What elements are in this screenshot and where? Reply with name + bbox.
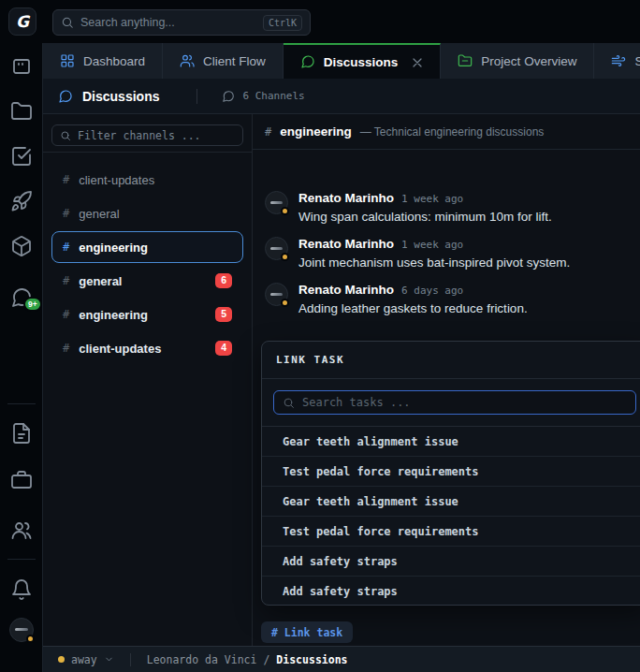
message-list: Renato Marinho 1 week ago Wing span calc… (253, 150, 640, 315)
link-task-button[interactable]: # Link task (261, 621, 353, 643)
task-search-area (262, 379, 640, 427)
divider (130, 653, 131, 666)
tab-sprint[interactable]: Sprint (594, 43, 640, 79)
channel-item-client-updates[interactable]: # client-updates (51, 164, 243, 196)
users-icon (180, 53, 195, 68)
breadcrumb-separator: / (263, 653, 269, 666)
message-timestamp: 6 days ago (401, 285, 463, 297)
message: Renato Marinho 1 week ago Wing span calc… (265, 191, 628, 224)
channel-filter-input[interactable] (78, 129, 235, 142)
search-icon (61, 16, 74, 29)
breadcrumb-page: Discussions (276, 653, 347, 666)
tab-dashboard[interactable]: Dashboard (43, 43, 163, 79)
task-search-input[interactable] (302, 396, 627, 409)
presence-dot (58, 656, 65, 663)
message-timestamp: 1 week ago (401, 193, 463, 205)
channel-item-engineering[interactable]: # engineering 5 (51, 299, 243, 330)
task-option[interactable]: Test pedal force requirements (262, 457, 640, 487)
hash-icon: # (265, 125, 271, 139)
close-tab-icon[interactable] (410, 55, 423, 68)
status-dot (281, 253, 289, 261)
hash-icon: # (63, 207, 69, 220)
avatar (265, 191, 288, 214)
wind-icon (611, 53, 626, 68)
message-text: Joint mechanism uses bat-inspired pivot … (298, 256, 570, 270)
app-logo[interactable]: G (8, 7, 36, 36)
tab-client-flow[interactable]: Client Flow (163, 43, 284, 79)
left-rail: 9+ (0, 43, 43, 672)
channel-item-general[interactable]: # general 6 (51, 265, 243, 297)
chat-area: # engineering — Technical engineering di… (253, 114, 640, 646)
breadcrumb-user: Leonardo da Vinci (147, 653, 257, 666)
page-title: Discussions (82, 89, 159, 104)
avatar (265, 283, 288, 306)
rocket-icon[interactable] (10, 190, 33, 212)
message-author[interactable]: Renato Marinho (298, 283, 394, 297)
chat-unread-badge: 9+ (23, 297, 42, 312)
global-search-input[interactable] (80, 16, 256, 29)
hash-icon: # (63, 308, 69, 321)
document-icon[interactable] (10, 422, 33, 445)
rail-divider (7, 559, 36, 560)
task-option[interactable]: Add safety straps (262, 547, 640, 577)
chat-channel-name: engineering (280, 124, 352, 139)
tab-bar: Dashboard Client Flow Discussions Projec… (43, 43, 640, 79)
divider (196, 89, 197, 104)
channels-filter-area (43, 114, 252, 153)
page-subheader: Discussions 6 Channels (43, 79, 640, 114)
hash-icon: # (63, 241, 69, 254)
channels-count: 6 Channels (242, 90, 304, 102)
folder-icon[interactable] (10, 100, 33, 123)
channel-list: # client-updates # general # engineering… (43, 153, 252, 377)
hash-icon: # (63, 342, 69, 355)
presence-label[interactable]: away (71, 653, 97, 666)
bell-icon[interactable] (10, 578, 33, 601)
search-shortcut-kbd: CtrlK (263, 15, 302, 31)
unread-badge: 6 (215, 273, 232, 288)
task-option[interactable]: Gear teeth alignment issue (262, 487, 640, 517)
channel-item-client-updates[interactable]: # client-updates 4 (51, 332, 243, 364)
message-text: Adding leather gaskets to reduce frictio… (298, 301, 528, 315)
channel-item-general[interactable]: # general (51, 197, 243, 229)
package-box-icon[interactable] (10, 235, 33, 257)
status-bar: away Leonardo da Vinci / Discussions (43, 646, 640, 672)
link-task-popup: LINK TASK Gear teeth alignment issue Tes… (261, 341, 640, 606)
channel-filter[interactable] (51, 124, 243, 146)
channels-panel: # client-updates # general # engineering… (43, 114, 253, 646)
chevron-down-icon[interactable] (104, 654, 114, 665)
unread-badge: 5 (215, 307, 232, 322)
link-task-title: LINK TASK (262, 342, 640, 379)
task-search[interactable] (273, 390, 636, 415)
search-icon (283, 397, 295, 409)
briefcase-icon[interactable] (10, 469, 33, 491)
tab-project-overview[interactable]: Project Overview (441, 43, 594, 79)
global-search[interactable]: CtrlK (52, 9, 311, 36)
message-text: Wing span calculations: minimum 10m for … (298, 210, 552, 224)
status-dot (26, 635, 35, 643)
tasks-check-icon[interactable] (10, 145, 33, 168)
status-dot (281, 207, 289, 215)
message: Renato Marinho 1 week ago Joint mechanis… (265, 237, 628, 270)
message: Renato Marinho 6 days ago Adding leather… (265, 283, 628, 315)
project-board-icon[interactable] (10, 55, 33, 78)
folder-icon (458, 53, 473, 68)
message-author[interactable]: Renato Marinho (298, 191, 394, 205)
user-avatar[interactable] (9, 618, 34, 642)
top-header: G CtrlK (0, 0, 640, 43)
search-icon (60, 130, 71, 141)
chat-icon (222, 90, 235, 103)
task-option[interactable]: Gear teeth alignment issue (262, 427, 640, 457)
hash-icon: # (63, 173, 69, 186)
message-author[interactable]: Renato Marinho (298, 237, 394, 251)
channel-item-engineering-selected[interactable]: # engineering (51, 231, 243, 263)
task-option[interactable]: Add safety straps (262, 577, 640, 606)
hash-icon: # (63, 274, 69, 287)
tab-discussions[interactable]: Discussions (284, 43, 442, 79)
team-icon[interactable] (10, 519, 33, 542)
avatar (265, 237, 288, 260)
chat-icon[interactable]: 9+ (10, 286, 33, 309)
chat-icon (300, 54, 315, 69)
task-option[interactable]: Test pedal force requirements (262, 517, 640, 547)
chat-header: # engineering — Technical engineering di… (253, 114, 640, 150)
rail-divider (7, 403, 36, 404)
